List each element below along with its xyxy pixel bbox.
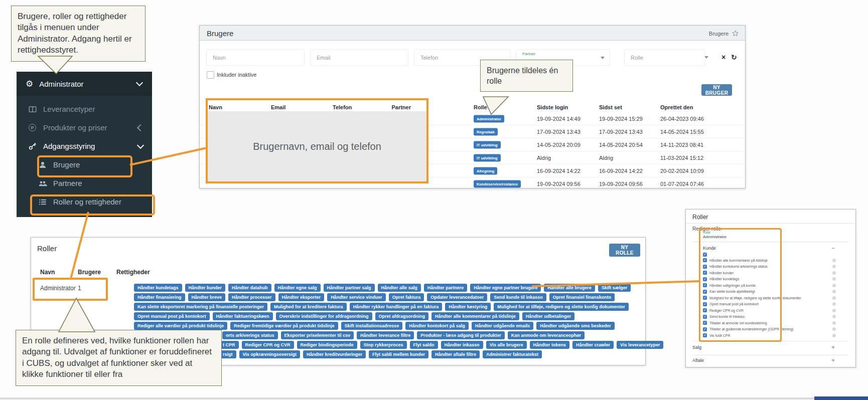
- cell-sidst-set: 14-05-2024 20:54: [599, 142, 643, 148]
- permission-badge: Kan slette eksporteret markering på fina…: [134, 303, 267, 311]
- permission-badge: Håndter køstyring: [445, 303, 491, 311]
- permission-checkbox-row[interactable]: Mulighed for at tilføje, redigere og sle…: [703, 295, 843, 301]
- sidebar-item-partnere[interactable]: Partnere: [17, 174, 152, 192]
- permission-checkbox-row[interactable]: Opret manual post på kontokort: [703, 301, 843, 308]
- permission-label: Kan slette kunde øjeblikkeligt: [709, 290, 755, 293]
- permission-checkbox-row[interactable]: Kan slette kunde øjeblikkeligt: [703, 289, 843, 295]
- info-icon[interactable]: [832, 315, 836, 318]
- chevron-down-icon[interactable]: [704, 56, 708, 59]
- permission-label: Rediger CPR og CVR: [709, 309, 744, 312]
- permission-badge: Opdater leverancedatoer: [427, 293, 487, 301]
- role-field-value[interactable]: Administrator: [703, 235, 727, 239]
- permission-badge: Opret finansiel finanskonto: [549, 293, 615, 301]
- permission-label: Send kunde til inkasso: [709, 315, 745, 318]
- sidebar-item-brugere[interactable]: Brugere: [17, 155, 152, 174]
- checkbox-checked-icon[interactable]: [703, 302, 707, 306]
- checkbox-checked-icon[interactable]: [703, 253, 707, 257]
- permission-checkbox-row[interactable]: Vis fuldt CPR: [703, 332, 843, 339]
- checkbox-checked-icon[interactable]: [703, 277, 707, 281]
- info-icon[interactable]: [832, 265, 836, 268]
- column-header[interactable]: Navn: [40, 269, 55, 276]
- permission-badge: Håndter datahub: [228, 284, 271, 292]
- info-icon[interactable]: [832, 334, 836, 337]
- permission-badge: Vis leverancetyper: [617, 341, 663, 349]
- checkbox-checked-icon[interactable]: [703, 283, 707, 287]
- permission-badge-row: Kan slette eksporteret markering på fina…: [134, 303, 629, 311]
- role-name-cell[interactable]: Administrator: [40, 285, 76, 292]
- filter-rolle-input[interactable]: [624, 49, 705, 66]
- permission-badge: Rediger CPR og CVR: [242, 341, 294, 349]
- expand-icon[interactable]: +: [831, 345, 835, 350]
- permission-badge: Send kunde til inkasso: [490, 293, 546, 301]
- permission-checkbox-row[interactable]: Tillader at godkende kundesletninger (GD…: [703, 326, 843, 333]
- column-header[interactable]: Oprettet den: [660, 104, 693, 110]
- checkbox-checked-icon[interactable]: [703, 321, 707, 325]
- info-icon[interactable]: [832, 271, 836, 275]
- checkbox-checked-icon[interactable]: [703, 315, 707, 319]
- permission-badge: Håndter egne salg: [274, 284, 321, 292]
- expand-icon[interactable]: +: [831, 358, 835, 363]
- info-icon[interactable]: [832, 309, 836, 312]
- sidebar-item-administrator[interactable]: ⚙ Administrator: [17, 72, 152, 96]
- clear-filters-icon[interactable]: ×: [721, 53, 726, 61]
- checkbox-checked-icon[interactable]: [703, 333, 707, 337]
- checkbox-checked-icon[interactable]: [703, 296, 707, 300]
- sidebar-item-leverancetyper[interactable]: Leverancetyper: [17, 100, 152, 118]
- permission-checkbox-row[interactable]: Håndter kundetags: [703, 276, 843, 283]
- collapse-icon[interactable]: −: [831, 246, 835, 251]
- permission-checkbox-row[interactable]: Håndter kunder: [703, 270, 843, 276]
- checkbox-checked-icon[interactable]: [703, 290, 707, 294]
- permission-badge: Eksporter priselementer til csv: [281, 331, 354, 339]
- filter-email-input[interactable]: [310, 49, 408, 66]
- permission-badge: Kan anmode om leveranceophør: [508, 331, 585, 339]
- info-icon[interactable]: [832, 284, 836, 287]
- info-icon[interactable]: [832, 259, 836, 262]
- permission-badge: Håndter faktueringskøen: [213, 312, 273, 320]
- include-inactive-checkbox[interactable]: [207, 71, 214, 79]
- column-header[interactable]: Rolle: [474, 104, 487, 110]
- p-circle-icon: P: [28, 123, 37, 132]
- users-panel-header: Brugere Brugere: [200, 26, 745, 41]
- column-header[interactable]: Sidste login: [537, 104, 568, 110]
- permission-badge: Håndter alle salg: [378, 284, 421, 292]
- new-role-button[interactable]: NY ROLLE: [609, 244, 640, 257]
- cell-sidste-login: 19-09-2024 09:56: [537, 181, 581, 187]
- refresh-icon[interactable]: ↻: [731, 53, 737, 61]
- permission-checkbox-row[interactable]: Rediger CPR og CVR: [703, 307, 843, 314]
- column-header[interactable]: Rettigheder: [116, 269, 150, 276]
- progress-track[interactable]: [0, 397, 868, 399]
- info-icon[interactable]: [832, 296, 836, 300]
- sidebar-item-roller-og-rettigheder[interactable]: Roller og rettigheder: [17, 192, 152, 211]
- checkbox-checked-icon[interactable]: [703, 265, 707, 269]
- role-users-count-cell: 1: [78, 285, 81, 292]
- permission-badge: Opret faktura: [389, 293, 424, 301]
- column-header[interactable]: Brugere: [78, 269, 101, 276]
- info-icon[interactable]: [832, 327, 836, 331]
- chevron-down-icon: [136, 79, 143, 86]
- role-badge: Afregning: [474, 167, 497, 174]
- checkbox-checked-icon[interactable]: [703, 308, 707, 312]
- sidebar-item-produkter-og-priser[interactable]: P Produkter og priser: [17, 118, 152, 137]
- permission-checkbox-row[interactable]: Send kunde til inkasso: [703, 314, 843, 320]
- star-icon[interactable]: [732, 30, 739, 37]
- callout-role-definition: En rolle defineres ved, hvilke funktione…: [16, 330, 222, 386]
- info-icon[interactable]: [832, 277, 836, 281]
- column-header[interactable]: Sidst set: [599, 104, 622, 110]
- info-icon[interactable]: [832, 290, 836, 293]
- permission-checkbox-row[interactable]: Håndter alle kommentarer på tidslinje: [703, 257, 843, 264]
- permission-checkbox-row[interactable]: Håndter udligninger på kunde: [703, 282, 843, 289]
- new-user-button[interactable]: NY BRUGER: [701, 84, 732, 96]
- info-icon[interactable]: [832, 321, 836, 325]
- checkbox-checked-icon[interactable]: [703, 271, 707, 275]
- permission-checkbox-row[interactable]: Håndter kontokorts arkiverings status: [703, 264, 843, 270]
- permission-badge: Overskriv indstillinger for afdragsordni…: [276, 312, 372, 320]
- permission-label: Håndter udligninger på kunde: [709, 284, 756, 287]
- permission-checkbox-row[interactable]: Tillader at anmode om kundesletning: [703, 320, 843, 326]
- info-icon[interactable]: [832, 302, 836, 306]
- sidebar-item-adgangsstyring[interactable]: Adgangsstyring: [17, 137, 152, 155]
- checkbox-checked-icon[interactable]: [703, 258, 707, 262]
- checkbox-checked-icon[interactable]: [703, 327, 707, 331]
- permission-badge: Håndter kontokort på salg: [405, 322, 469, 330]
- chevron-down-icon[interactable]: [601, 57, 605, 59]
- filter-navn-input[interactable]: [206, 49, 305, 66]
